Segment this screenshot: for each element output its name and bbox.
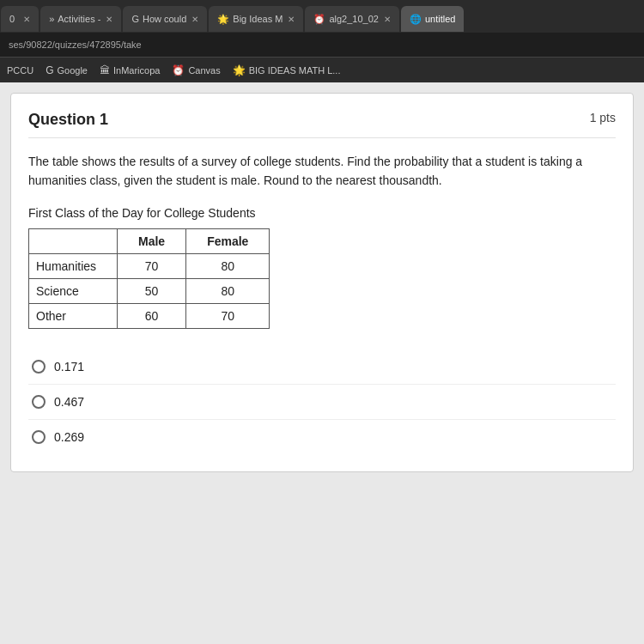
question-header: Question 1 1 pts <box>28 111 616 138</box>
table-cell-other-male: 60 <box>118 303 186 328</box>
tab-howcould-close[interactable]: ✕ <box>191 15 198 24</box>
bookmark-google[interactable]: G Google <box>46 64 88 76</box>
table-header-male: Male <box>118 228 186 253</box>
tab-activities-label: Activities - <box>58 14 100 24</box>
table-title: First Class of the Day for College Stude… <box>28 206 616 220</box>
table-cell-humanities-male: 70 <box>118 253 186 278</box>
bookmark-bigideas-icon: 🌟 <box>233 64 246 76</box>
table-cell-humanities-label: Humanities <box>29 253 118 278</box>
tab-bigideas-close[interactable]: ✕ <box>288 15 295 24</box>
answer-option-2[interactable]: 0.467 <box>28 385 616 420</box>
tab-0-close[interactable]: ✕ <box>23 15 30 24</box>
main-content: Question 1 1 pts The table shows the res… <box>0 82 644 644</box>
tab-bigideas[interactable]: 🌟 Big Ideas M ✕ <box>209 6 303 32</box>
radio-1[interactable] <box>32 360 46 374</box>
answer-label-1: 0.171 <box>54 360 84 374</box>
question-title: Question 1 <box>28 111 108 129</box>
tab-bigideas-label: Big Ideas M <box>233 14 283 24</box>
table-row-other: Other 60 70 <box>29 303 270 328</box>
data-table: Male Female Humanities 70 80 Science 50 … <box>28 228 270 329</box>
address-text: ses/90822/quizzes/472895/take <box>9 39 142 50</box>
table-cell-other-female: 70 <box>186 303 270 328</box>
table-header-female: Female <box>186 228 270 253</box>
tab-howcould[interactable]: G How could ✕ <box>123 6 207 32</box>
tab-activities-close[interactable]: ✕ <box>106 15 112 24</box>
tab-alg2[interactable]: ⏰ alg2_10_02 ✕ <box>305 6 399 32</box>
tab-alg2-icon: ⏰ <box>313 14 325 25</box>
answer-option-3[interactable]: 0.269 <box>28 420 616 454</box>
bookmark-pccu[interactable]: PCCU <box>7 65 33 76</box>
answer-label-3: 0.269 <box>54 430 84 444</box>
tab-howcould-label: How could <box>143 14 186 24</box>
question-card: Question 1 1 pts The table shows the res… <box>10 93 634 472</box>
tab-alg2-label: alg2_10_02 <box>329 14 379 24</box>
tab-activities-icon: » <box>49 14 54 24</box>
answer-label-2: 0.467 <box>54 395 84 409</box>
tab-bigideas-icon: 🌟 <box>217 14 229 25</box>
tab-howcould-icon: G <box>131 14 139 24</box>
question-points: 1 pts <box>590 111 616 125</box>
table-cell-science-female: 80 <box>186 278 270 303</box>
bookmark-inmaricopa-label: InMaricopa <box>113 65 160 76</box>
table-header-row: Male Female <box>29 228 270 253</box>
table-row-science: Science 50 80 <box>29 278 270 303</box>
bookmark-pccu-label: PCCU <box>7 65 33 76</box>
tab-activities[interactable]: » Activities - ✕ <box>40 6 121 32</box>
table-cell-other-label: Other <box>29 303 118 328</box>
bookmarks-bar: PCCU G Google 🏛 InMaricopa ⏰ Canvas 🌟 BI… <box>0 57 644 82</box>
browser-chrome: 0 ✕ » Activities - ✕ G How could ✕ 🌟 Big… <box>0 0 644 82</box>
bookmark-google-label: Google <box>58 65 88 76</box>
tab-untitled[interactable]: 🌐 untitled <box>401 6 464 32</box>
radio-2[interactable] <box>32 395 46 409</box>
address-bar[interactable]: ses/90822/quizzes/472895/take <box>0 33 644 57</box>
bookmark-canvas[interactable]: ⏰ Canvas <box>172 64 220 76</box>
bookmark-inmaricopa[interactable]: 🏛 InMaricopa <box>100 64 160 76</box>
tab-untitled-label: untitled <box>425 14 455 24</box>
radio-3[interactable] <box>32 430 46 444</box>
bookmark-bigideas-label: BIG IDEAS MATH L... <box>249 65 341 76</box>
bookmark-canvas-label: Canvas <box>188 65 220 76</box>
table-cell-science-male: 50 <box>118 278 186 303</box>
tab-untitled-icon: 🌐 <box>410 14 422 25</box>
tab-0-icon: 0 <box>9 14 15 24</box>
bookmark-canvas-icon: ⏰ <box>172 64 185 76</box>
table-cell-humanities-female: 80 <box>186 253 270 278</box>
tab-0[interactable]: 0 ✕ <box>1 6 39 32</box>
tab-alg2-close[interactable]: ✕ <box>384 15 391 24</box>
bookmark-inmaricopa-icon: 🏛 <box>100 64 110 76</box>
table-cell-science-label: Science <box>29 278 118 303</box>
question-text: The table shows the results of a survey … <box>28 152 616 191</box>
bookmark-bigideas[interactable]: 🌟 BIG IDEAS MATH L... <box>233 64 341 76</box>
table-header-empty <box>29 228 118 253</box>
answer-option-1[interactable]: 0.171 <box>28 349 616 385</box>
tab-bar: 0 ✕ » Activities - ✕ G How could ✕ 🌟 Big… <box>0 0 644 33</box>
table-row-humanities: Humanities 70 80 <box>29 253 270 278</box>
bookmark-google-icon: G <box>46 64 53 76</box>
